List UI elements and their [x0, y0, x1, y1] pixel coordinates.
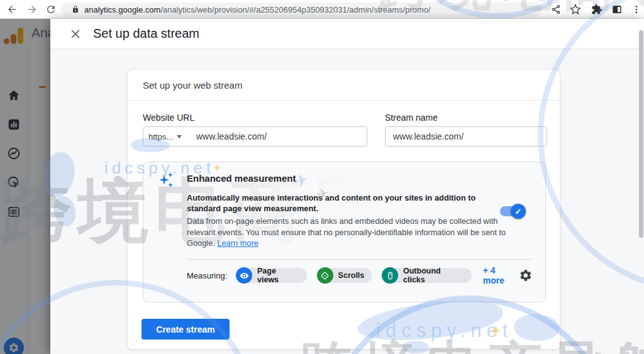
gear-icon[interactable] — [519, 268, 533, 282]
setup-data-stream-modal: Set up data stream Set up your web strea… — [50, 19, 644, 354]
screen: analytics.google.com/analytics/web/provi… — [0, 0, 644, 354]
extensions-icon[interactable] — [591, 4, 602, 15]
divider — [187, 259, 533, 260]
website-url-input[interactable] — [189, 126, 367, 147]
back-icon[interactable] — [6, 4, 18, 15]
enhanced-description-primary: Automatically measure interactions and c… — [187, 192, 511, 214]
enhanced-measurement-title: Enhanced measurement — [187, 173, 296, 184]
url-domain: analytics.google.com — [84, 5, 160, 14]
measuring-label: Measuring: — [187, 271, 227, 280]
browser-chrome: analytics.google.com/analytics/web/provi… — [0, 0, 644, 19]
forward-icon[interactable] — [26, 4, 38, 15]
enhanced-measurement-toggle[interactable]: ✓ — [500, 206, 524, 216]
modal-title: Set up data stream — [93, 26, 199, 41]
bookmark-star-icon[interactable] — [570, 4, 581, 15]
chip-scrolls: Scrolls — [317, 267, 372, 284]
reload-icon[interactable] — [45, 4, 57, 15]
chip-label: Scrolls — [333, 271, 372, 280]
menu-dots-icon[interactable] — [631, 4, 641, 14]
chip-outbound-clicks: Outbound clicks — [382, 267, 472, 284]
side-panel-icon[interactable] — [611, 4, 623, 15]
modal-scrim — [0, 19, 50, 354]
chip-label: Page views — [252, 267, 307, 284]
modal-header: Set up data stream — [50, 19, 644, 49]
enhanced-description-secondary: Data from on-page elements such as links… — [187, 216, 511, 249]
scroll-icon — [317, 267, 333, 284]
web-stream-card: Set up your web stream Website URL https… — [127, 69, 560, 350]
stream-name-input[interactable] — [385, 126, 547, 147]
protocol-dropdown[interactable]: https... — [143, 126, 189, 147]
measuring-row: Measuring: Page views Scrolls — [187, 267, 533, 284]
sparkles-icon — [157, 171, 176, 190]
url-text: analytics.google.com/analytics/web/provi… — [84, 5, 431, 14]
chip-label: Outbound clicks — [398, 267, 472, 284]
enhanced-measurement-section: Enhanced measurement Automatically measu… — [143, 162, 546, 302]
create-stream-button[interactable]: Create stream — [142, 319, 230, 340]
learn-more-link[interactable]: Learn more — [217, 238, 258, 248]
address-bar[interactable]: analytics.google.com/analytics/web/provi… — [62, 3, 542, 16]
website-url-label: Website URL — [143, 113, 194, 123]
card-title: Set up your web stream — [128, 70, 560, 101]
close-icon[interactable] — [69, 28, 82, 40]
eye-icon — [236, 267, 252, 284]
stream-name-label: Stream name — [385, 113, 438, 123]
more-events-link[interactable]: + 4 more — [483, 265, 519, 285]
chevron-down-icon — [177, 135, 182, 138]
share-icon[interactable] — [551, 4, 561, 14]
url-path: /analytics/web/provision/#/a255206954p35… — [160, 5, 430, 14]
mouse-icon — [382, 267, 398, 284]
lock-icon — [72, 6, 79, 13]
scrollbar[interactable] — [639, 30, 643, 238]
chip-page-views: Page views — [236, 267, 306, 284]
protocol-value: https... — [148, 132, 173, 141]
toggle-check-icon: ✓ — [511, 204, 526, 219]
